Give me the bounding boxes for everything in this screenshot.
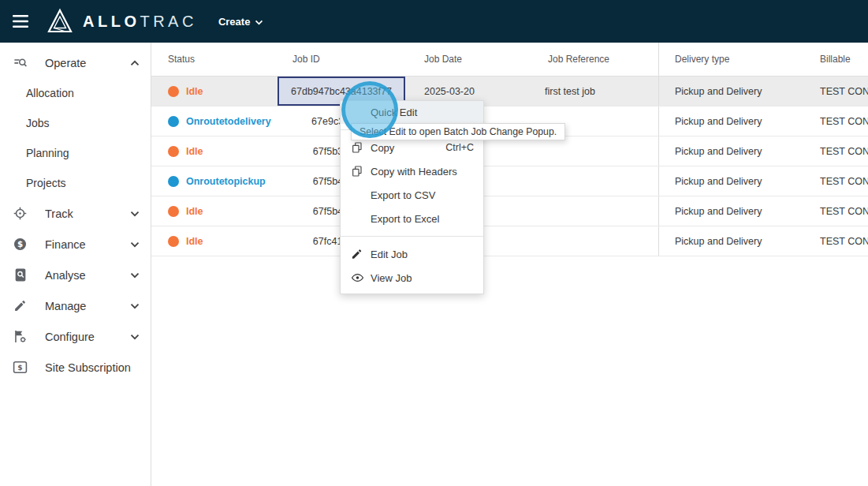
sidebar-item-jobs[interactable]: Jobs <box>0 108 151 138</box>
allotrac-logo-icon <box>47 8 73 35</box>
cell-job-reference[interactable] <box>516 166 658 196</box>
sidebar-item-label: Analyse <box>45 269 86 282</box>
cell-billable[interactable]: TEST CONTACT 1 <box>804 107 868 136</box>
menu-item-label: Copy <box>371 142 394 154</box>
table-header-row: StatusJob IDJob DateJob ReferenceDeliver… <box>151 43 868 77</box>
finance-dollar-icon: $ <box>13 237 28 252</box>
cell-delivery-type[interactable]: Pickup and Delivery <box>658 136 804 166</box>
cell-billable[interactable]: TEST CONTACT 1 <box>804 77 868 106</box>
table-row[interactable]: Idle67f5b39740cPickup and DeliveryTEST C… <box>151 136 868 166</box>
status-dot-icon <box>168 176 179 187</box>
create-button-label: Create <box>218 16 250 28</box>
sidebar: OperateAllocationJobsPlanningProjectsTra… <box>0 43 151 486</box>
eye-icon <box>351 271 364 285</box>
jobs-table: StatusJob IDJob DateJob ReferenceDeliver… <box>151 43 868 256</box>
status-badge: Idle <box>186 236 203 247</box>
column-header-status[interactable]: Status <box>151 43 278 76</box>
cell-status[interactable]: Onroutetopickup <box>151 166 278 196</box>
sidebar-item-site-subscription[interactable]: $Site Subscription <box>0 352 151 383</box>
menu-item-label: View Job <box>371 272 412 284</box>
menu-item-export-to-csv[interactable]: Export to CSV <box>341 183 483 207</box>
sidebar-item-manage[interactable]: Manage <box>0 290 151 321</box>
cell-status[interactable]: Idle <box>151 196 278 226</box>
status-dot-icon <box>168 86 179 97</box>
cell-billable[interactable]: TEST CONTACT 1 <box>804 226 868 256</box>
sidebar-item-label: Operate <box>45 57 86 69</box>
status-badge: Idle <box>186 86 203 97</box>
track-target-icon <box>13 206 28 221</box>
chevron-down-icon <box>130 241 140 248</box>
sidebar-item-label: Site Subscription <box>45 361 131 374</box>
status-dot-icon <box>168 206 179 217</box>
sidebar-item-planning[interactable]: Planning <box>0 138 151 168</box>
analyse-magnifier-icon <box>13 267 28 282</box>
column-header-job-id[interactable]: Job ID <box>278 43 405 76</box>
sidebar-item-analyse[interactable]: Analyse <box>0 260 151 290</box>
table-row[interactable]: Idle67fc414bbaaPickup and DeliveryTEST C… <box>151 226 868 256</box>
brand-name: ALLOTRAC <box>83 13 197 31</box>
chevron-up-icon <box>130 60 140 66</box>
sidebar-item-finance[interactable]: $Finance <box>0 229 151 260</box>
cell-status[interactable]: Onroutetodelivery <box>151 107 278 136</box>
click-indicator-circle <box>341 81 398 138</box>
menu-separator <box>341 236 483 237</box>
chevron-down-icon <box>130 272 140 279</box>
menu-item-label: Edit Job <box>371 249 408 260</box>
chevron-down-icon <box>255 16 263 28</box>
cell-delivery-type[interactable]: Pickup and Delivery <box>658 107 804 136</box>
column-header-job-date[interactable]: Job Date <box>405 43 516 76</box>
sidebar-item-label: Track <box>45 207 73 220</box>
cell-job-reference[interactable]: first test job <box>516 77 658 106</box>
cell-delivery-type[interactable]: Pickup and Delivery <box>658 166 804 196</box>
copy-icon <box>351 141 363 154</box>
sidebar-item-allocation[interactable]: Allocation <box>0 78 151 108</box>
cell-job-reference[interactable] <box>516 196 658 226</box>
menu-item-shortcut: Ctrl+C <box>445 142 474 153</box>
sidebar-item-track[interactable]: Track <box>0 198 151 229</box>
menu-item-export-to-excel[interactable]: Export to Excel <box>341 207 483 230</box>
column-header-delivery-type[interactable]: Delivery type <box>658 43 804 76</box>
column-header-billable[interactable]: Billable <box>804 43 868 76</box>
sidebar-item-configure[interactable]: Configure <box>0 321 151 352</box>
cell-billable[interactable]: TEST CONTACT 1 <box>804 136 868 166</box>
status-badge: Idle <box>186 206 203 217</box>
cell-status[interactable]: Idle <box>151 226 278 256</box>
sidebar-item-label: Configure <box>45 331 95 343</box>
cell-delivery-type[interactable]: Pickup and Delivery <box>658 226 804 256</box>
menu-item-label: Export to CSV <box>371 189 435 201</box>
chevron-down-icon <box>130 303 140 309</box>
sidebar-item-operate[interactable]: Operate <box>0 47 151 78</box>
cell-billable[interactable]: TEST CONTACT 1 <box>804 196 868 226</box>
menu-item-edit-job[interactable]: Edit Job <box>341 242 483 266</box>
menu-item-label: Export to Excel <box>371 213 439 225</box>
manage-pencil-icon <box>13 298 28 313</box>
operate-search-icon <box>13 55 28 70</box>
cell-delivery-type[interactable]: Pickup and Delivery <box>658 196 804 226</box>
table-row[interactable]: Idle67db947bc43a4133f772025-03-20first t… <box>151 77 868 107</box>
cell-status[interactable]: Idle <box>151 136 278 166</box>
svg-text:$: $ <box>17 364 22 372</box>
cell-job-reference[interactable] <box>516 136 658 166</box>
jobs-grid-area: StatusJob IDJob DateJob ReferenceDeliver… <box>151 43 868 486</box>
pencil-icon <box>351 249 363 260</box>
menu-icon[interactable] <box>13 15 28 28</box>
menu-item-view-job[interactable]: View Job <box>341 266 483 290</box>
menu-item-copy-with-headers[interactable]: Copy with Headers <box>341 159 483 183</box>
create-button[interactable]: Create <box>218 16 263 28</box>
sidebar-item-label: Finance <box>45 238 86 251</box>
cell-status[interactable]: Idle <box>151 77 278 106</box>
status-dot-icon <box>168 116 179 127</box>
copy-icon <box>351 165 363 178</box>
top-navbar: ALLOTRAC Create <box>0 0 868 43</box>
status-dot-icon <box>168 236 179 247</box>
cell-job-reference[interactable] <box>516 226 658 256</box>
chevron-down-icon <box>130 211 140 217</box>
table-row[interactable]: Idle67f5b46740cPickup and DeliveryTEST C… <box>151 196 868 226</box>
sidebar-item-projects[interactable]: Projects <box>0 168 151 198</box>
configure-gear-icon <box>13 329 28 344</box>
sidebar-item-label: Manage <box>45 300 86 312</box>
column-header-job-reference[interactable]: Job Reference <box>516 43 658 76</box>
cell-delivery-type[interactable]: Pickup and Delivery <box>658 77 804 106</box>
table-row[interactable]: Onroutetopickup67f5b43640cPickup and Del… <box>151 166 868 196</box>
cell-billable[interactable]: TEST CONTACT 1 <box>804 166 868 196</box>
